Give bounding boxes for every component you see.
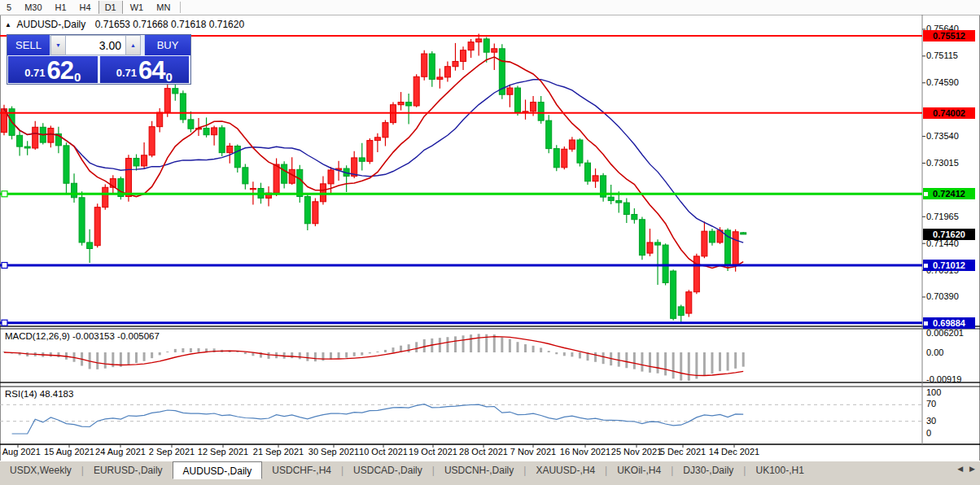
candle-body: [48, 129, 54, 143]
chart-tab-ukoil-h4[interactable]: UKOil-,H4: [607, 463, 671, 478]
candle-body: [616, 201, 622, 203]
sell-price-display[interactable]: 0.71 62 0: [8, 56, 98, 83]
candle-body: [243, 168, 248, 184]
candle-body: [24, 146, 30, 148]
chart-title-symbol: AUDUSD-,Daily: [17, 19, 86, 30]
candle-body: [733, 232, 738, 265]
candle-body: [273, 164, 279, 193]
chart-tab-usdx-weekly[interactable]: USDX,Weekly: [0, 463, 81, 478]
candle-body: [33, 127, 38, 148]
chart-tab-usdcad-daily[interactable]: USDCAD-,Daily: [343, 463, 432, 478]
candle-body: [429, 54, 435, 79]
sell-button[interactable]: SELL: [7, 35, 50, 55]
date-axis-label: 14 Dec 2021: [702, 447, 767, 457]
support-blue-1-handle[interactable]: [2, 263, 7, 269]
buy-price-sup: 0: [165, 72, 172, 82]
support-blue-1-label-handle[interactable]: [924, 264, 928, 268]
candle-body: [180, 94, 186, 120]
candle-body: [297, 169, 303, 196]
candle-body: [406, 103, 412, 106]
candle-body: [367, 141, 373, 162]
support-green-price-label: 0.72412: [923, 188, 975, 199]
rsi-axis-label: 100: [926, 387, 941, 397]
price-axis-label: 0.71965: [926, 212, 959, 221]
candle-body: [702, 231, 707, 256]
candle-body: [585, 163, 591, 181]
candle-body: [352, 158, 357, 177]
chart-tab-usdcnh-daily[interactable]: USDCNH-,Daily: [435, 463, 523, 478]
support-blue-2-label-handle[interactable]: [924, 321, 928, 326]
candle-body: [444, 67, 450, 77]
buy-price-prefix: 0.71: [116, 67, 137, 79]
candle-body: [328, 170, 334, 184]
collapse-triangle-icon[interactable]: ▲: [5, 21, 11, 28]
volume-up-button[interactable]: ▲: [125, 35, 141, 55]
candle-body: [383, 123, 388, 138]
chart-tab-audusd-daily[interactable]: AUDUSD-,Daily: [173, 461, 263, 479]
candle-body: [234, 146, 240, 167]
price-axis-label: 0.73540: [926, 131, 959, 141]
one-click-trading-panel: SELL ▼ ▲ BUY 0.71 62 0 0.71 64 0: [7, 34, 191, 85]
chart-tab-bar: USDX,Weekly|EURUSD-,DailyAUDUSD-,DailyUS…: [0, 461, 980, 485]
tab-scroll-left-icon[interactable]: ◀: [957, 465, 963, 473]
candle-body: [79, 198, 85, 242]
macd-axis-label: -0.00919: [926, 374, 961, 384]
chart-tab-dj30-daily[interactable]: DJ30-,Daily: [673, 463, 743, 478]
chart-title: ▲ AUDUSD-,Daily 0.71653 0.71668 0.71618 …: [5, 19, 244, 30]
candle-body: [709, 231, 715, 242]
macd-indicator-label: MACD(12,26,9) -0.003153 -0.005067: [5, 331, 160, 341]
chart-tab-xauusd-h4[interactable]: XAUUSD-,H4: [526, 463, 605, 478]
buy-button[interactable]: BUY: [144, 35, 190, 55]
candle-body: [546, 120, 552, 148]
candle-body: [413, 76, 419, 106]
candle-body: [398, 103, 404, 105]
candle-body: [173, 89, 178, 94]
candle-body: [188, 120, 194, 129]
macd-axis-label: 0.006201: [926, 328, 964, 338]
candle-body: [437, 77, 443, 80]
candle-body: [483, 39, 489, 52]
candle-body: [678, 307, 684, 316]
candle-body: [647, 242, 653, 253]
tab-scroll-right-icon[interactable]: ▶: [969, 465, 975, 473]
candle-body: [608, 197, 614, 200]
candle-body: [623, 203, 629, 214]
chart-tab-eurusd-daily[interactable]: EURUSD-,Daily: [84, 463, 173, 478]
rsi-line: [12, 404, 744, 434]
candle-body: [157, 112, 163, 127]
candle-body: [304, 197, 310, 224]
chart-tab-uk100-h1[interactable]: UK100-,H1: [746, 463, 813, 478]
candle-body: [562, 149, 567, 168]
volume-input[interactable]: [66, 35, 125, 55]
candle-body: [632, 214, 637, 219]
support-green-handle[interactable]: [2, 191, 7, 197]
buy-price-display[interactable]: 0.71 64 0: [100, 56, 190, 83]
sell-price-prefix: 0.71: [24, 67, 45, 79]
candle-body: [219, 128, 225, 153]
support-blue-2-handle[interactable]: [2, 320, 7, 326]
candle-body: [203, 129, 209, 135]
price-axis-label: 0.75115: [926, 50, 958, 60]
candle-body: [103, 187, 108, 207]
sell-price-big: 62: [46, 59, 72, 82]
support-blue-2-price-label: 0.69884: [923, 317, 975, 329]
support-green-label-handle[interactable]: [924, 192, 928, 196]
candle-body: [17, 135, 23, 146]
candle-body: [142, 155, 147, 166]
resistance-1-price-label: 0.75512: [923, 30, 975, 42]
candle-body: [164, 89, 170, 112]
candle-body: [212, 128, 217, 135]
chart-tab-usdchf-h4[interactable]: USDCHF-,H4: [262, 463, 341, 478]
candle-body: [514, 88, 520, 112]
candle-body: [492, 49, 497, 52]
tab-scroll-arrows: ◀▶: [957, 465, 975, 473]
candle-body: [461, 50, 466, 62]
candle-body: [282, 164, 287, 183]
volume-down-button[interactable]: ▼: [50, 35, 66, 55]
price-axis-label: 0.70390: [926, 291, 959, 301]
support-blue-1-price-label: 0.71012: [923, 260, 975, 271]
resistance-2-price-label: 0.74002: [923, 107, 975, 119]
candle-body: [359, 158, 365, 161]
candle-body: [577, 140, 583, 163]
candle-body: [693, 256, 699, 292]
